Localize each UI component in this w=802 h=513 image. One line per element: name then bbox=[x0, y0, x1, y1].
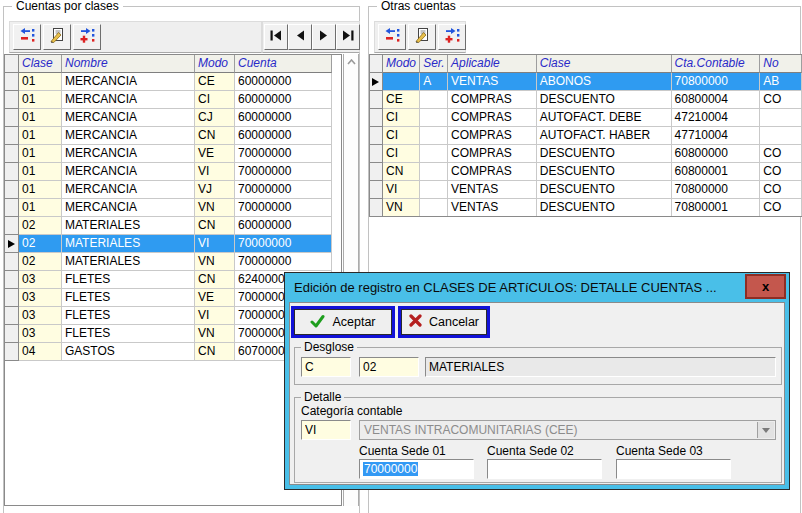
scroll-up-icon[interactable] bbox=[344, 54, 358, 70]
row-indicator bbox=[5, 91, 19, 109]
combo-dropdown-button[interactable] bbox=[757, 422, 774, 438]
categoria-code-field[interactable] bbox=[301, 420, 351, 440]
edit-record-button-right[interactable] bbox=[408, 24, 436, 50]
add-record-button[interactable] bbox=[73, 24, 101, 50]
table-row[interactable]: CECOMPRASDESCUENTO60800004CO bbox=[370, 91, 802, 109]
cell-cuenta: 60000000 bbox=[235, 109, 332, 127]
desglose-codigo-field[interactable] bbox=[359, 357, 419, 377]
accept-button[interactable]: Aceptar bbox=[294, 309, 392, 335]
table-row[interactable]: 02MATERIALESVN70000000 bbox=[5, 253, 341, 271]
table-row[interactable]: 01MERCANCIAVE70000000 bbox=[5, 145, 341, 163]
table-row[interactable]: 02MATERIALESVI70000000 bbox=[5, 235, 341, 253]
table-row[interactable]: VNVENTASDESCUENTO70800001CO bbox=[370, 199, 802, 217]
edit-record-button[interactable] bbox=[43, 24, 71, 50]
cell-clase: 03 bbox=[19, 307, 62, 325]
cell-clase: DESCUENTO bbox=[537, 199, 672, 217]
cell-aplicable: COMPRAS bbox=[448, 91, 537, 109]
table-row[interactable]: 01MERCANCIACE60000000 bbox=[5, 73, 341, 91]
table-row[interactable]: CICOMPRASDESCUENTO60800000CO bbox=[370, 145, 802, 163]
app-window: Cuentas por clases bbox=[0, 0, 802, 513]
cell-nombre: MERCANCIA bbox=[62, 199, 195, 217]
first-record-button[interactable] bbox=[264, 24, 288, 50]
cell-nombre: FLETES bbox=[62, 289, 195, 307]
cell-aplicable: COMPRAS bbox=[448, 109, 537, 127]
cell-clase: 02 bbox=[19, 253, 62, 271]
row-indicator bbox=[370, 91, 383, 109]
categoria-combo[interactable]: VENTAS INTRACOMUNITARIAS (CEE) bbox=[359, 420, 776, 440]
cell-clase: 01 bbox=[19, 127, 62, 145]
cell-cta: 47710004 bbox=[672, 127, 761, 145]
accept-button-ring: Aceptar bbox=[291, 306, 395, 338]
desglose-tipo-field[interactable] bbox=[301, 357, 351, 377]
cell-modo: VI bbox=[195, 307, 235, 325]
row-indicator bbox=[5, 253, 19, 271]
cuenta-sede-03-field[interactable] bbox=[616, 459, 731, 479]
cuenta-sede-01-field[interactable]: 70000000 bbox=[359, 459, 474, 479]
table-row[interactable]: 01MERCANCIACI60000000 bbox=[5, 91, 341, 109]
green-check-icon bbox=[310, 314, 325, 331]
table-row[interactable]: CICOMPRASAUTOFACT. HABER47710004 bbox=[370, 127, 802, 145]
cell-modo: VI bbox=[195, 235, 235, 253]
accept-button-label: Aceptar bbox=[332, 315, 375, 329]
right-toolbar bbox=[374, 21, 466, 53]
cell-ser bbox=[420, 181, 448, 199]
table-row[interactable]: 02MATERIALESCN60000000 bbox=[5, 217, 341, 235]
cell-cta: 60800000 bbox=[672, 145, 761, 163]
table-row[interactable]: 01MERCANCIAVI70000000 bbox=[5, 163, 341, 181]
row-indicator bbox=[370, 199, 383, 217]
cell-no: AB bbox=[760, 73, 802, 91]
next-record-button[interactable] bbox=[312, 24, 336, 50]
prior-record-button[interactable] bbox=[288, 24, 312, 50]
cell-cuenta: 60000000 bbox=[235, 127, 332, 145]
cell-modo: CN bbox=[195, 127, 235, 145]
table-row[interactable]: CICOMPRASAUTOFACT. DEBE47210004 bbox=[370, 109, 802, 127]
cell-nombre: GASTOS bbox=[62, 343, 195, 361]
table-row[interactable]: 01MERCANCIAVN70000000 bbox=[5, 199, 341, 217]
red-cross-icon bbox=[409, 314, 422, 330]
cell-clase: ABONOS bbox=[537, 73, 672, 91]
cell-aplicable: VENTAS bbox=[448, 199, 537, 217]
table-row[interactable]: 01MERCANCIAVJ70000000 bbox=[5, 181, 341, 199]
table-row[interactable]: VIVENTASDESCUENTO70800000CO bbox=[370, 181, 802, 199]
arrow-right-plus-icon bbox=[79, 27, 96, 47]
cell-cta: 70800001 bbox=[672, 199, 761, 217]
cell-clase: 02 bbox=[19, 217, 62, 235]
cell-aplicable: COMPRAS bbox=[448, 145, 537, 163]
cell-clase: DESCUENTO bbox=[537, 91, 672, 109]
table-row[interactable]: 01MERCANCIACN60000000 bbox=[5, 127, 341, 145]
delete-record-button[interactable] bbox=[13, 24, 41, 50]
row-indicator bbox=[370, 181, 383, 199]
cell-cuenta: 70000000 bbox=[235, 253, 332, 271]
delete-record-button-right[interactable] bbox=[378, 24, 406, 50]
cell-clase: AUTOFACT. DEBE bbox=[537, 109, 672, 127]
table-row[interactable]: CNCOMPRASDESCUENTO60800001CO bbox=[370, 163, 802, 181]
row-indicator bbox=[370, 109, 383, 127]
add-record-button-right[interactable] bbox=[438, 24, 466, 50]
cell-modo: VE bbox=[195, 289, 235, 307]
cell-cuenta: 70000000 bbox=[235, 163, 332, 181]
left-header-cuenta: Cuenta bbox=[235, 55, 332, 73]
cuenta-sede-02-field[interactable] bbox=[487, 459, 602, 479]
cell-nombre: MERCANCIA bbox=[62, 73, 195, 91]
cell-nombre: MERCANCIA bbox=[62, 109, 195, 127]
cell-clase: DESCUENTO bbox=[537, 181, 672, 199]
row-indicator bbox=[5, 127, 19, 145]
right-header-cta: Cta.Contable bbox=[672, 55, 761, 73]
cell-clase: AUTOFACT. HABER bbox=[537, 127, 672, 145]
cell-ser bbox=[420, 145, 448, 163]
cell-clase: 03 bbox=[19, 271, 62, 289]
cell-no: CO bbox=[760, 145, 802, 163]
cell-modo: CI bbox=[383, 145, 420, 163]
left-header-modo: Modo bbox=[195, 55, 235, 73]
desglose-nombre-field: MATERIALES bbox=[425, 357, 776, 377]
arrow-left-minus-icon bbox=[384, 27, 401, 47]
cell-clase: 04 bbox=[19, 343, 62, 361]
cell-cuenta: 70000000 bbox=[235, 181, 332, 199]
cancel-button[interactable]: Cancelar bbox=[401, 309, 487, 335]
last-record-button[interactable] bbox=[336, 24, 360, 50]
close-button[interactable]: x bbox=[745, 274, 786, 299]
table-row[interactable]: 01MERCANCIACJ60000000 bbox=[5, 109, 341, 127]
table-row[interactable]: AVENTASABONOS70800000AB bbox=[370, 73, 802, 91]
cell-nombre: MATERIALES bbox=[62, 217, 195, 235]
cell-cta: 70800000 bbox=[672, 181, 761, 199]
